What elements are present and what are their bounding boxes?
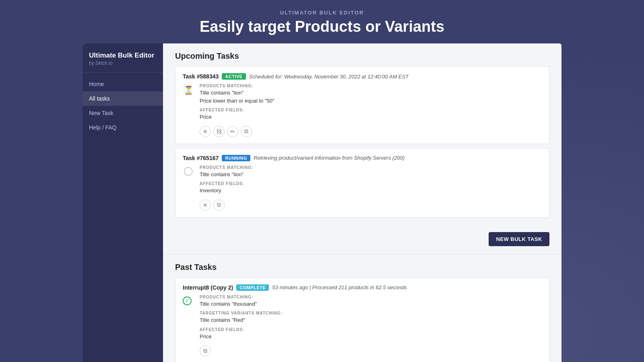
link-icon[interactable]: ⛓ [213,126,225,137]
task-card-interrupt8: Interrupt8 (Copy 2) COMPLETE 53 minutes … [175,278,549,362]
badge-complete-interrupt8: COMPLETE [236,284,269,291]
past-section: Past Tasks Interrupt8 (Copy 2) COMPLETE … [163,255,561,362]
header-title: Easily target Products or Variants [0,18,644,35]
sidebar-brand: Ultimate Bulk Editor by Sktch.io [83,43,163,73]
products-matching-value-3: Title contains "lion" [200,171,542,179]
task-details-interrupt8: PRODUCTS MATCHING: Title contains "thous… [200,295,542,357]
task-schedule-588343: Scheduled for: Wednesday, November 30, 2… [249,74,409,80]
check-icon: ✓ [183,296,194,305]
targeting-value-interrupt8: Title contains "Red" [200,316,542,324]
sidebar-item-help[interactable]: Help / FAQ [83,120,163,135]
task-card-765167: Task #765167 RUNNING Retrieving product/… [175,148,549,218]
copy-icon[interactable]: ⧉ [241,126,252,137]
cancel-icon[interactable]: ✕ [200,126,211,137]
products-label-interrupt8: PRODUCTS MATCHING: [200,295,542,299]
task-id-765167: Task #765167 [183,155,219,161]
header-subtitle: ULTIMATOR BULK EDITOR [0,10,644,16]
circle-icon [183,167,194,177]
task-body-588343: ⏳ PRODUCTS MATCHING: Title contains "lio… [183,84,542,137]
task-header-588343: Task #588343 ACTIVE Scheduled for: Wedne… [183,73,542,80]
badge-running-765167: RUNNING [222,155,250,161]
targeting-label-interrupt8: TARGETTING VARIANTS MATCHING: [200,311,542,315]
affected-fields-label: AFFECTED FIELDS: [200,108,542,112]
main-content: Upcoming Tasks Task #588343 ACTIVE Sched… [163,43,561,362]
copy-icon-interrupt8[interactable]: ⧉ [200,345,211,356]
past-title: Past Tasks [175,263,549,272]
task-actions-765167: ✕ ⧉ [200,200,542,211]
app-container: Ultimate Bulk Editor by Sktch.io Home Al… [83,43,561,362]
task-schedule-interrupt8: 53 minutes ago | Processed 211 products … [272,284,407,290]
products-matching-label: PRODUCTS MATCHING: [200,84,542,88]
sidebar-item-new-task[interactable]: New Task [83,106,163,120]
sidebar-item-all-tasks[interactable]: All tasks [83,91,163,106]
affected-fields-value: Price [200,113,542,121]
badge-active-588343: ACTIVE [222,73,246,80]
task-body-interrupt8: ✓ PRODUCTS MATCHING: Title contains "tho… [183,295,542,357]
sidebar: Ultimate Bulk Editor by Sktch.io Home Al… [83,43,163,362]
task-schedule-765167: Retrieving product/variant information f… [254,155,405,161]
task-actions-588343: ✕ ⛓ ✏ ⧉ [200,126,542,137]
task-details-588343: PRODUCTS MATCHING: Title contains "lion"… [200,84,542,137]
edit-icon[interactable]: ✏ [227,126,238,137]
copy-icon-2[interactable]: ⧉ [213,200,225,211]
hourglass-icon: ⏳ [183,85,194,95]
task-id-588343: Task #588343 [183,73,219,80]
task-id-interrupt8: Interrupt8 (Copy 2) [183,284,233,291]
products-value-interrupt8: Title contains "thousand" [200,300,542,308]
upcoming-section: Upcoming Tasks Task #588343 ACTIVE Sched… [163,43,561,230]
affected-fields-value-2: Inventory [200,187,542,195]
task-card-588343: Task #588343 ACTIVE Scheduled for: Wedne… [175,66,549,144]
sidebar-item-home[interactable]: Home [83,77,163,91]
affected-value-interrupt8: Price [200,333,542,341]
task-body-765167: PRODUCTS MATCHING: Title contains "lion"… [183,165,542,211]
upcoming-title: Upcoming Tasks [175,51,549,61]
new-task-row: NEW BULK TASK [163,230,561,254]
task-header-interrupt8: Interrupt8 (Copy 2) COMPLETE 53 minutes … [183,284,542,291]
sidebar-nav: Home All tasks New Task Help / FAQ [83,73,163,139]
task-details-765167: PRODUCTS MATCHING: Title contains "lion"… [200,165,542,211]
sidebar-brand-title: Ultimate Bulk Editor [89,51,157,60]
task-header-765167: Task #765167 RUNNING Retrieving product/… [183,155,542,161]
products-matching-value-2: Price lower than or equal to "50" [200,97,542,105]
task-actions-interrupt8: ⧉ [200,345,542,356]
affected-label-interrupt8: AFFECTED FIELDS: [200,327,542,332]
affected-fields-label-2: AFFECTED FIELDS: [200,181,542,186]
sidebar-brand-sub: by Sktch.io [89,60,157,66]
cancel-icon-2[interactable]: ✕ [200,200,211,211]
products-matching-value-1: Title contains "lion" [200,89,542,97]
products-matching-label-2: PRODUCTS MATCHING: [200,165,542,170]
new-bulk-task-button[interactable]: NEW BULK TASK [489,232,549,246]
